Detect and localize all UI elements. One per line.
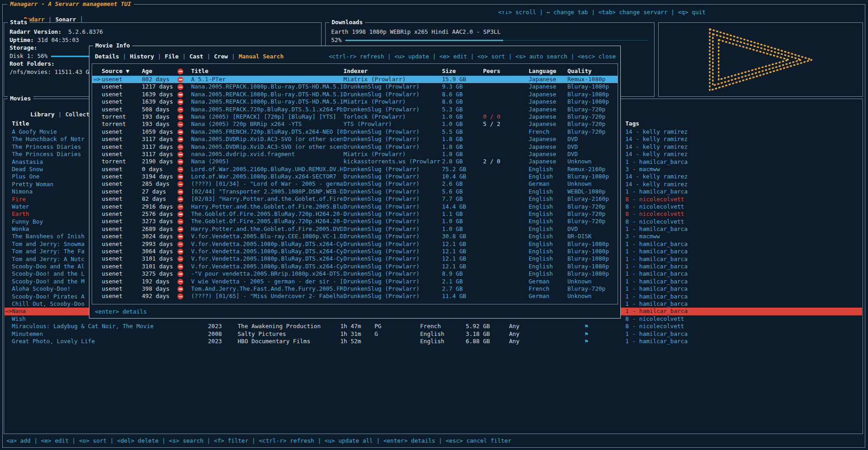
movie-runtime: 1h 31m xyxy=(340,330,361,338)
movie-min-availability: Any xyxy=(509,330,520,338)
release-indexer: DrunkenSlug (Prowlarr) xyxy=(343,233,441,240)
modal-tab-file[interactable]: File xyxy=(165,53,178,60)
tag-flag-icon: ⚑ xyxy=(585,330,588,338)
modal-tab-cast[interactable]: Cast xyxy=(189,53,203,60)
release-row[interactable]: usenet1217 daysNana.2005.REPACK.1080p.Bl… xyxy=(92,83,618,90)
release-title: Lord.of.War.2005.1080p.BluRay.x264-SECTO… xyxy=(191,173,343,180)
release-row[interactable]: torrent193 daysNana (2005) [REPACK] [720… xyxy=(92,113,618,120)
release-row[interactable]: usenet3273 daysThe.Goblet.Of.Fire.2005.B… xyxy=(92,218,618,225)
no-entry-icon xyxy=(177,167,183,173)
release-row[interactable]: usenet3117 daysnana.2005.dvdrip.xvid.fra… xyxy=(92,151,618,158)
release-language: English xyxy=(529,233,553,240)
release-size: 8.6 GB xyxy=(442,98,463,105)
tab-library[interactable]: Library xyxy=(31,111,55,118)
movie-studio: Salty Pictures xyxy=(238,330,286,338)
movie-title: Tom and Jerry: Snowma xyxy=(12,241,84,248)
logo-panel xyxy=(658,22,863,97)
release-size: 5.5 GB xyxy=(442,128,463,136)
no-entry-icon xyxy=(177,99,183,105)
movie-title: Fire xyxy=(12,196,26,203)
release-row[interactable]: torrent2190 daysNana (2005)kickasstorren… xyxy=(92,158,618,165)
release-size: 1.0 GB xyxy=(442,218,463,225)
release-source: usenet xyxy=(102,270,123,277)
release-age: 3117 days xyxy=(142,151,173,158)
no-entry-icon xyxy=(177,181,183,187)
modal-tab-crew[interactable]: Crew xyxy=(214,53,228,60)
release-language: Japanese xyxy=(529,158,556,165)
release-language: English xyxy=(529,270,553,277)
release-age: 3101 days xyxy=(142,255,173,262)
release-row[interactable]: usenet1639 daysNana.2005.REPACK.1080p.Bl… xyxy=(92,98,618,105)
movie-row[interactable]: Minutemen2008Salty Pictures1h 31mGEnglis… xyxy=(5,330,862,338)
release-row[interactable]: =>usenet802 daysA 5.1-PTerMiatrix (Prowl… xyxy=(92,76,618,83)
release-row[interactable]: usenet3024 daysV.for.Vendetta.2005.Blu-r… xyxy=(92,233,618,240)
release-quality: Unknown xyxy=(567,278,592,285)
modal-tab-history[interactable]: History xyxy=(130,53,154,60)
release-row[interactable]: usenet3117 daysNana.2005.DVDRip.XviD.AC3… xyxy=(92,143,618,151)
release-age: 3117 days xyxy=(142,143,173,151)
release-row[interactable]: usenet3101 daysV.for.Vendetta.2005.1080p… xyxy=(92,263,618,270)
release-row[interactable]: usenet27 days[02/44] "Transporter 2.2005… xyxy=(92,188,618,195)
release-row[interactable]: usenet508 daysNana.2005.REPACK.720p.BluR… xyxy=(92,106,618,113)
release-language: German xyxy=(529,293,550,300)
release-row[interactable]: usenet192 daysV wie Vendetta - 2005 - ge… xyxy=(92,278,618,285)
rejection-cell xyxy=(177,128,183,136)
rejection-cell xyxy=(177,98,183,106)
movie-tags: 1 - hamilcar_barca xyxy=(625,300,687,308)
release-title: Tom.And.Jerry.The.Fast.And.The.Furry.200… xyxy=(191,285,343,293)
release-quality: DVD xyxy=(567,136,578,143)
release-row[interactable]: usenet492 days(????) [01/65] - "Miss Und… xyxy=(92,293,618,300)
no-entry-icon xyxy=(177,159,183,165)
release-row[interactable]: torrent193 daysNana (2005) 720p BRRip x2… xyxy=(92,120,618,128)
movie-tags: 1 - hamilcar_barca xyxy=(625,225,687,233)
disk-usage-label: Disk 1: 56% xyxy=(10,52,47,60)
movie-title: Funny Boy xyxy=(12,218,43,225)
app-title: Managarr - A Servarr management TUI xyxy=(7,0,134,8)
release-row[interactable]: usenet0 daysLord.of.War.2005.2160p.BluRa… xyxy=(92,166,618,173)
release-source: usenet xyxy=(102,180,123,188)
modal-tab-details[interactable]: Details xyxy=(95,53,119,60)
release-source: usenet xyxy=(102,233,123,240)
rejection-cell xyxy=(177,136,183,143)
release-row[interactable]: usenet2576 daysThe.Goblet.Of.Fire.2005.B… xyxy=(92,210,618,218)
release-peers: 2 / 0 xyxy=(483,158,500,165)
release-age: 27 days xyxy=(142,188,166,195)
rejection-cell xyxy=(177,225,183,233)
release-row[interactable]: usenet3275 days-"V pour vendetta.2005.BR… xyxy=(92,270,618,277)
release-row[interactable]: usenet3194 daysLord.of.War.2005.1080p.Bl… xyxy=(92,173,618,180)
release-row[interactable]: usenet1059 daysNana.2005.FRENCH.720p.Blu… xyxy=(92,128,618,136)
release-size: 2.6 GB xyxy=(442,180,463,188)
release-language: Japanese xyxy=(529,106,556,113)
download-item[interactable]: Earth 1998 1080p WEBRip x265 Hindi AAC2.… xyxy=(331,28,649,37)
movie-runtime: 1h 52m xyxy=(340,338,361,345)
release-age: 492 days xyxy=(142,293,170,300)
radarr-version-value: 5.2.6.8376 xyxy=(68,28,103,35)
no-entry-icon xyxy=(177,77,183,83)
release-row[interactable]: usenet2916 daysHarry.Potter.and.the.Gobl… xyxy=(92,203,618,210)
movie-row[interactable]: Great Photo, Lovely Life2023HBO Document… xyxy=(5,338,862,345)
release-source: usenet xyxy=(102,248,123,255)
release-row[interactable]: usenet3064 daysV.for.Vendetta.2005.1080p… xyxy=(92,248,618,255)
modal-tab-manual-search[interactable]: Manual Search xyxy=(239,53,284,60)
release-row[interactable]: usenet82 days[02/83] "Harry.Potter.and.t… xyxy=(92,195,618,203)
release-row[interactable]: usenet1639 daysNana.2005.REPACK.1080p.Bl… xyxy=(92,91,618,98)
release-title: [02/44] "Transporter 2.2005.1080P.DSNP.W… xyxy=(191,188,343,195)
release-row[interactable]: usenet2993 daysV.for.Vendetta.2005.1080p… xyxy=(92,241,618,248)
movie-row[interactable]: Miraculous: Ladybug & Cat Noir, The Movi… xyxy=(5,323,862,330)
release-row[interactable]: usenet3101 daysV.for.Vendetta.2005.1080p… xyxy=(92,255,618,262)
movie-tags: 1 - hamilcar_barca xyxy=(625,330,687,338)
release-indexer: DrunkenSlug (Prowlarr) xyxy=(343,293,441,300)
release-row[interactable]: usenet285 days(????) [01/34] - "Lord of … xyxy=(92,180,618,188)
release-row[interactable]: usenet3117 daysNana.2005.DVDRip.XviD.AC3… xyxy=(92,136,618,143)
release-age: 3064 days xyxy=(142,248,173,255)
release-age: 2916 days xyxy=(142,203,173,210)
tab-separator: | xyxy=(207,53,211,60)
movie-size: 6.88 GB xyxy=(466,338,490,345)
tab-separator: | xyxy=(182,53,186,60)
rejection-cell xyxy=(177,173,183,181)
release-indexer: YTS (Prowlarr) xyxy=(343,120,441,128)
no-entry-icon xyxy=(177,84,183,90)
movie-runtime: 1h 47m xyxy=(340,323,361,330)
release-row[interactable]: usenet398 daysTom.And.Jerry.The.Fast.And… xyxy=(92,285,618,293)
release-row[interactable]: usenet2689 daysHarry.Potter.and.the.Gobl… xyxy=(92,225,618,233)
